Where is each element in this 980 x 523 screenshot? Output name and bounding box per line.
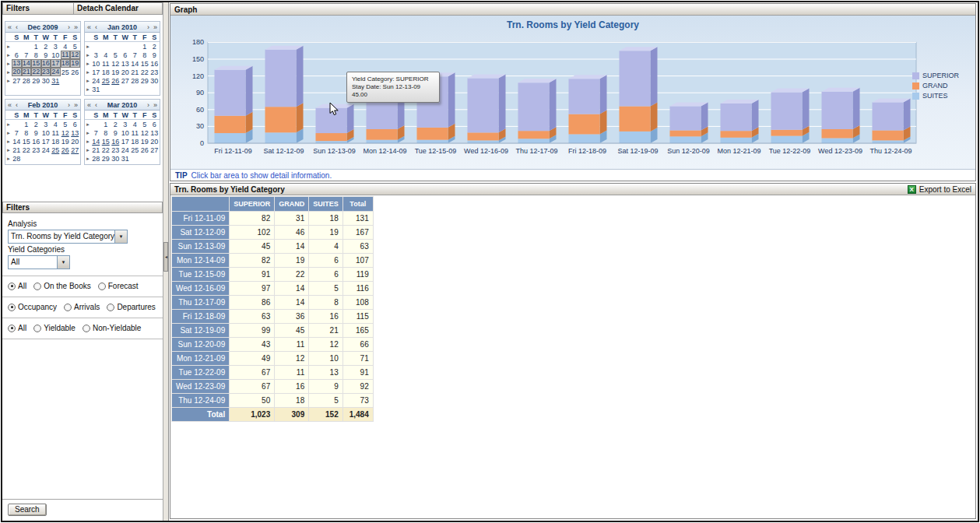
calendar-day[interactable]: 12 — [140, 129, 150, 137]
bar-sat-12-12-09[interactable] — [265, 46, 304, 143]
radio-icon[interactable] — [8, 325, 16, 332]
calendar-day[interactable]: 18 — [101, 68, 111, 76]
calendar-day[interactable]: 19 — [70, 59, 80, 68]
calendar-day[interactable]: 15 — [31, 59, 41, 68]
radio-icon[interactable] — [64, 304, 72, 311]
calendar-day[interactable]: 15 — [22, 138, 32, 146]
next-month-icon[interactable]: › — [145, 100, 152, 110]
radio-occupancy[interactable]: Occupancy — [8, 303, 57, 311]
calendar-day[interactable]: 10 — [121, 129, 131, 137]
week-select-icon[interactable]: ► — [5, 122, 12, 127]
calendar-day[interactable]: 18 — [61, 59, 71, 68]
calendar-day[interactable]: 28 — [91, 155, 101, 163]
bar-mon-12-21-09[interactable] — [721, 100, 759, 143]
calendar-day[interactable]: 13 — [12, 59, 22, 68]
calendar-day[interactable]: 22 — [101, 146, 111, 154]
calendar-day[interactable]: 7 — [91, 129, 101, 137]
calendar-day[interactable]: 10 — [51, 51, 61, 59]
calendar-day[interactable]: 13 — [70, 129, 80, 137]
radio-icon[interactable] — [98, 283, 106, 290]
calendar-day[interactable]: 18 — [130, 138, 140, 146]
radio-icon[interactable] — [8, 304, 16, 311]
calendar-day[interactable]: 24 — [41, 146, 51, 154]
calendar-day[interactable]: 28 — [130, 77, 140, 85]
calendar-day[interactable]: 25 — [130, 146, 140, 154]
calendar-day[interactable]: 31 — [51, 77, 61, 85]
calendar-day[interactable]: 11 — [61, 51, 71, 59]
bar-thu-12-17-09[interactable] — [518, 79, 557, 143]
collapse-sidebar-icon[interactable]: ◄ — [163, 242, 168, 272]
calendar-day[interactable]: 1 — [22, 121, 32, 128]
calendar-day[interactable]: 4 — [51, 121, 61, 128]
calendar-day[interactable]: 4 — [61, 43, 71, 51]
calendar-day[interactable]: 3 — [51, 43, 61, 51]
calendar-day[interactable]: 27 — [121, 77, 131, 85]
week-select-icon[interactable]: ► — [5, 148, 12, 153]
week-select-icon[interactable]: ► — [85, 131, 91, 135]
calendar-day[interactable]: 10 — [41, 129, 51, 137]
week-select-icon[interactable]: ► — [5, 156, 12, 161]
calendar-day[interactable]: 3 — [41, 121, 51, 128]
calendar-day[interactable]: 21 — [91, 146, 101, 154]
calendar-day[interactable]: 16 — [41, 59, 51, 68]
calendar-day[interactable]: 16 — [111, 138, 121, 146]
radio-icon[interactable] — [33, 283, 41, 290]
calendar-day[interactable]: 1 — [140, 43, 150, 51]
bar-sat-12-19-09[interactable] — [620, 47, 658, 143]
calendar-day[interactable]: 28 — [22, 77, 32, 85]
bar-thu-12-24-09[interactable] — [873, 98, 911, 143]
calendar-day[interactable]: 21 — [12, 146, 22, 154]
prev-month-icon[interactable]: ‹ — [13, 100, 20, 110]
calendar-day[interactable]: 13 — [149, 129, 160, 137]
calendar-day[interactable]: 20 — [121, 68, 131, 76]
calendar-day[interactable]: 8 — [101, 129, 111, 137]
calendar-day[interactable]: 7 — [22, 51, 32, 59]
analysis-select[interactable]: Trn. Rooms by Yield Category ▼ — [8, 230, 128, 244]
week-select-icon[interactable]: ► — [5, 131, 12, 135]
radio-icon[interactable] — [107, 304, 114, 311]
yield-categories-select[interactable]: All ▼ — [8, 255, 70, 269]
calendar-day[interactable]: 30 — [149, 77, 160, 85]
prev-year-icon[interactable]: « — [6, 23, 13, 32]
radio-icon[interactable] — [33, 325, 41, 332]
calendar-day[interactable]: 17 — [51, 59, 61, 68]
calendar-day[interactable]: 13 — [121, 60, 131, 68]
calendar-day[interactable]: 29 — [140, 77, 150, 85]
calendar-day[interactable]: 6 — [12, 51, 22, 59]
calendar-day[interactable]: 26 — [61, 146, 71, 154]
calendar-day[interactable]: 17 — [41, 138, 51, 146]
calendar-day[interactable]: 9 — [149, 51, 160, 59]
calendar-day[interactable]: 14 — [22, 59, 32, 68]
calendar-day[interactable]: 7 — [130, 51, 140, 59]
calendar-day[interactable]: 11 — [101, 60, 111, 68]
radio-all[interactable]: All — [8, 324, 26, 332]
calendar-day[interactable]: 23 — [149, 68, 160, 76]
radio-departures[interactable]: Departures — [107, 303, 155, 311]
calendar-day[interactable]: 15 — [101, 138, 111, 146]
calendar-day[interactable]: 1 — [101, 121, 111, 128]
calendar-day[interactable]: 24 — [121, 146, 131, 154]
calendar-day[interactable]: 1 — [31, 43, 41, 51]
prev-year-icon[interactable]: « — [6, 100, 13, 110]
week-select-icon[interactable]: ► — [5, 53, 12, 58]
week-select-icon[interactable]: ► — [5, 139, 12, 144]
radio-all[interactable]: All — [8, 282, 26, 290]
calendar-day[interactable]: 23 — [41, 68, 51, 76]
calendar-day[interactable]: 17 — [121, 138, 131, 146]
calendar-day[interactable]: 5 — [70, 43, 80, 51]
calendar-day[interactable]: 30 — [41, 77, 51, 85]
calendar-day[interactable]: 27 — [149, 146, 160, 154]
calendar-day[interactable]: 2 — [149, 43, 160, 51]
radio-yieldable[interactable]: Yieldable — [33, 324, 76, 332]
calendar-day[interactable]: 7 — [12, 129, 22, 137]
calendar-day[interactable]: 16 — [149, 60, 160, 68]
calendar-day[interactable]: 24 — [91, 77, 101, 85]
next-year-icon[interactable]: » — [152, 23, 159, 32]
week-select-icon[interactable]: ► — [85, 61, 91, 66]
calendar-day[interactable]: 25 — [51, 146, 61, 154]
calendar-day[interactable]: 25 — [101, 77, 111, 85]
panel-splitter[interactable]: ◄ — [163, 2, 169, 521]
week-select-icon[interactable]: ► — [85, 70, 91, 75]
week-select-icon[interactable]: ► — [85, 53, 91, 58]
calendar-day[interactable]: 17 — [91, 68, 101, 76]
